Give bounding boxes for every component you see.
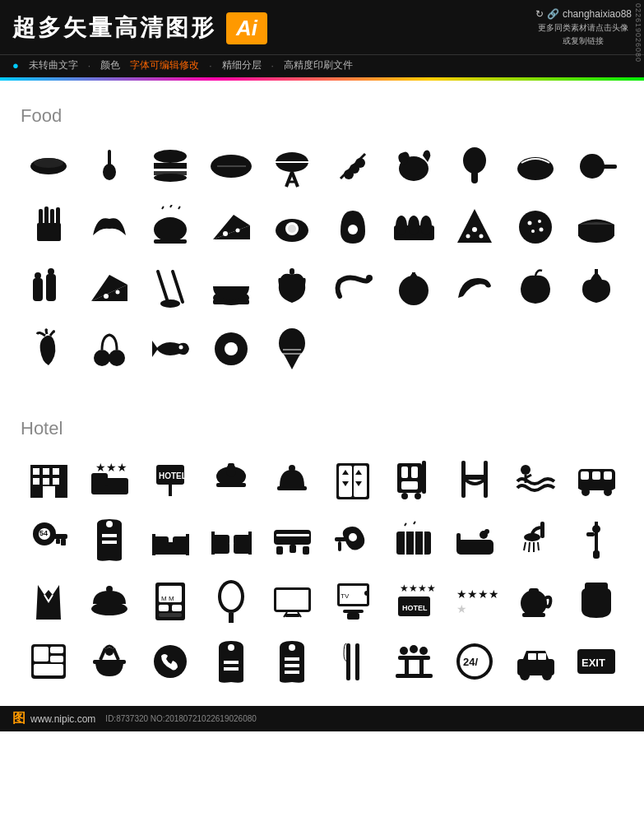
svg-point-127 <box>581 488 590 496</box>
icon-bread-loaf <box>203 138 259 194</box>
svg-rect-225 <box>398 656 430 660</box>
icon-donut <box>203 321 259 377</box>
icon-pie <box>568 199 624 255</box>
icon-welcome-basket <box>81 634 137 689</box>
svg-point-115 <box>401 493 408 499</box>
svg-rect-57 <box>46 274 56 301</box>
svg-rect-188 <box>276 590 308 610</box>
svg-rect-142 <box>152 534 155 555</box>
svg-rect-221 <box>285 664 299 667</box>
icon-sausage-stick <box>81 138 137 194</box>
svg-rect-28 <box>44 207 49 225</box>
svg-point-136 <box>106 521 113 527</box>
icon-apple <box>507 260 563 316</box>
svg-point-76 <box>178 346 183 350</box>
icon-fries <box>21 199 76 255</box>
food-section-label: Food <box>21 105 628 127</box>
svg-rect-212 <box>34 664 63 675</box>
svg-rect-112 <box>411 467 418 478</box>
icon-hair-dryer <box>325 512 381 568</box>
svg-point-215 <box>154 645 187 678</box>
svg-rect-210 <box>50 647 63 653</box>
svg-point-43 <box>408 216 419 235</box>
icon-shower-head <box>507 512 563 568</box>
svg-rect-27 <box>39 209 43 225</box>
svg-point-102 <box>289 465 295 471</box>
svg-point-203 <box>521 590 547 616</box>
svg-rect-180 <box>159 605 169 611</box>
svg-rect-174 <box>586 532 595 536</box>
svg-rect-181 <box>172 605 182 611</box>
svg-rect-98 <box>216 483 246 487</box>
svg-rect-156 <box>335 537 346 541</box>
svg-rect-113 <box>401 481 418 490</box>
svg-point-229 <box>400 647 408 655</box>
svg-rect-152 <box>290 545 296 553</box>
icon-boiled-egg <box>325 199 381 255</box>
sub-dot-1: · <box>88 60 90 72</box>
svg-rect-138 <box>102 541 117 544</box>
icon-stars-bed: ★★★ <box>81 451 137 507</box>
svg-point-49 <box>519 211 552 244</box>
svg-point-35 <box>223 231 228 236</box>
svg-point-53 <box>540 228 544 232</box>
svg-rect-224 <box>355 643 359 680</box>
sub-icon: ● <box>12 59 19 72</box>
icon-chicken-leg <box>447 138 503 194</box>
svg-rect-129 <box>578 484 615 489</box>
icon-croissant <box>81 199 137 255</box>
svg-text:★★★★★: ★★★★★ <box>400 583 437 594</box>
username: changhaixiao88 <box>563 8 632 20</box>
svg-text:54: 54 <box>39 529 48 537</box>
icon-elevator <box>325 451 381 507</box>
svg-rect-133 <box>61 539 66 545</box>
svg-rect-154 <box>276 534 309 536</box>
sub-text-1: 未转曲文字 <box>29 58 78 72</box>
icon-carrot <box>21 321 76 377</box>
svg-point-194 <box>364 591 369 596</box>
svg-rect-163 <box>456 533 461 548</box>
svg-point-42 <box>396 216 407 235</box>
svg-text:M M: M M <box>161 595 174 602</box>
side-vertical-text: 022619026080 <box>632 0 644 54</box>
svg-rect-162 <box>456 540 493 555</box>
icon-room-key: 54 <box>21 512 76 568</box>
hotel-section: Hotel ★★★ HOTEL <box>21 418 628 689</box>
icon-bbq-grill <box>264 138 320 194</box>
svg-point-231 <box>419 647 428 655</box>
icon-hotel-sign-board: HOTEL <box>142 451 198 507</box>
svg-rect-157 <box>338 541 341 551</box>
svg-rect-177 <box>106 586 113 592</box>
icon-24h-service: 24/ <box>447 634 503 689</box>
svg-point-52 <box>531 230 535 233</box>
icon-frying-pan <box>568 138 624 194</box>
icon-bell-pepper <box>264 260 320 316</box>
icon-bathrobe <box>21 573 76 629</box>
svg-line-169 <box>529 542 530 552</box>
icon-roast-bird <box>386 138 442 194</box>
icon-towel-rail <box>447 451 503 507</box>
svg-rect-137 <box>102 534 117 537</box>
main-content: Food <box>0 81 644 706</box>
svg-rect-55 <box>578 225 614 236</box>
icon-cookie <box>507 199 563 255</box>
icon-television <box>264 573 320 629</box>
header: 超多矢量高清图形 Ai ↻ 🔗 changhaixiao88 更多同类素材请点击… <box>0 0 644 54</box>
icon-key-hanger-open <box>203 634 259 689</box>
svg-text:EXIT: EXIT <box>581 657 605 669</box>
svg-point-236 <box>520 671 530 680</box>
svg-point-71 <box>399 276 429 305</box>
svg-rect-100 <box>228 463 234 467</box>
svg-rect-32 <box>154 239 187 244</box>
footer-logo: 图 www.nipic.com <box>12 710 95 727</box>
icon-banana <box>447 260 503 316</box>
icon-egg-carton <box>386 199 442 255</box>
footer-id-text: ID:8737320 NO:20180721022619026080 <box>105 714 257 723</box>
svg-line-13 <box>292 172 298 187</box>
icon-teapot <box>507 573 563 629</box>
icon-hotel-building <box>21 451 76 507</box>
svg-rect-29 <box>50 209 54 225</box>
svg-rect-209 <box>34 647 49 661</box>
icon-twin-beds <box>203 512 259 568</box>
svg-point-7 <box>154 174 187 182</box>
